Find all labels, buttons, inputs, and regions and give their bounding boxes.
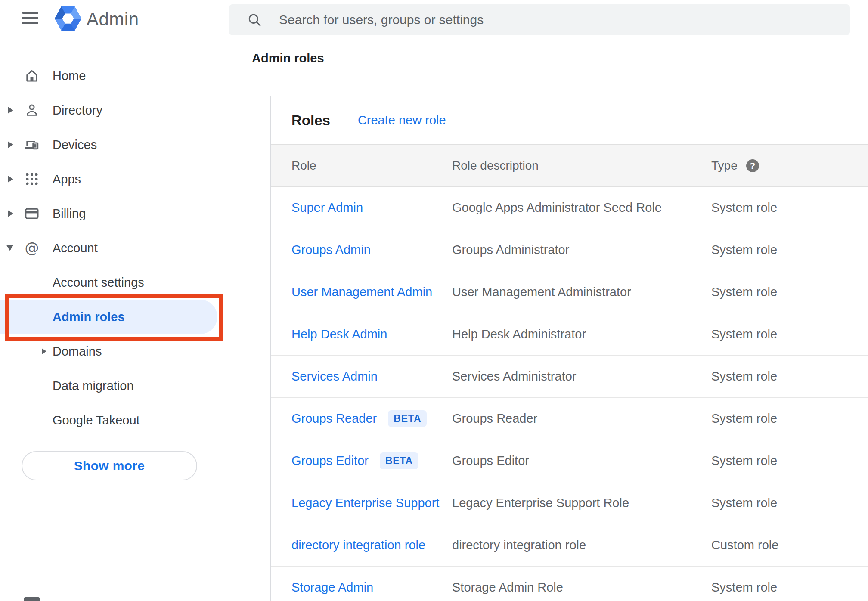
table-row: Legacy Enterprise SupportLegacy Enterpri… <box>271 482 868 524</box>
role-description: Groups Reader <box>452 412 711 426</box>
card-icon <box>24 206 40 221</box>
sidebar-nav: HomeDirectoryDevicesAppsBilling@AccountA… <box>0 59 222 437</box>
role-link-groups-reader[interactable]: Groups Reader <box>291 412 377 426</box>
sidebar-item-directory[interactable]: Directory <box>0 93 222 127</box>
beta-badge: BETA <box>388 410 427 427</box>
search-bar <box>229 4 850 35</box>
role-type: System role <box>711 496 868 510</box>
table-body: Super AdminGoogle Apps Administrator See… <box>271 187 868 601</box>
sidebar-item-label: Directory <box>53 103 102 118</box>
role-link-groups-admin[interactable]: Groups Admin <box>291 243 371 257</box>
role-link-help-desk-admin[interactable]: Help Desk Admin <box>291 327 387 341</box>
sidebar-divider <box>0 579 222 579</box>
column-role: Role <box>291 159 452 173</box>
role-description: Google Apps Administrator Seed Role <box>452 201 711 215</box>
column-type: Type <box>711 159 738 173</box>
search-icon <box>247 12 262 27</box>
sidebar-item-label: Devices <box>53 138 97 152</box>
search-input[interactable] <box>279 4 839 35</box>
role-type: System role <box>711 580 868 595</box>
role-link-super-admin[interactable]: Super Admin <box>291 201 363 215</box>
role-link-storage-admin[interactable]: Storage Admin <box>291 580 373 595</box>
role-link-user-management-admin[interactable]: User Management Admin <box>291 285 432 299</box>
chevron-right-icon[interactable] <box>8 176 13 183</box>
role-type: System role <box>711 369 868 384</box>
table-header: Role Role description Type ? <box>271 144 868 187</box>
person-icon <box>24 102 40 118</box>
chevron-down-icon[interactable] <box>6 245 13 251</box>
hamburger-menu-icon[interactable] <box>22 12 38 25</box>
sidebar-item-admin-roles[interactable]: Admin roles <box>0 300 217 334</box>
create-new-role-link[interactable]: Create new role <box>358 113 446 127</box>
role-type: System role <box>711 285 868 299</box>
sidebar-item-label: Account settings <box>53 276 144 290</box>
role-description: User Management Administrator <box>452 285 711 299</box>
sidebar-item-domains[interactable]: Domains <box>0 334 222 369</box>
sidebar: Admin HomeDirectoryDevicesAppsBilling@Ac… <box>0 0 222 601</box>
svg-text:@: @ <box>25 240 39 256</box>
table-row: Groups EditorBETAGroups EditorSystem rol… <box>271 440 868 482</box>
roles-card-header: Roles Create new role <box>271 96 868 144</box>
column-role-description: Role description <box>452 159 711 173</box>
show-more-label: Show more <box>74 458 145 473</box>
role-description: Groups Administrator <box>452 243 711 257</box>
table-row: Services AdminServices AdministratorSyst… <box>271 356 868 398</box>
sidebar-item-label: Domains <box>53 344 102 359</box>
partial-cutoff-icon <box>24 597 40 601</box>
sidebar-item-apps[interactable]: Apps <box>0 162 222 196</box>
sidebar-item-label: Apps <box>53 172 81 186</box>
page-title: Roles <box>291 112 330 129</box>
sidebar-item-label: Admin roles <box>53 310 125 324</box>
role-type: Custom role <box>711 538 868 552</box>
sidebar-item-google-takeout[interactable]: Google Takeout <box>0 403 222 437</box>
breadcrumb: Admin roles <box>252 51 324 65</box>
sidebar-item-label: Google Takeout <box>53 413 140 428</box>
chevron-right-icon[interactable] <box>42 348 46 354</box>
table-row: Help Desk AdminHelp Desk AdministratorSy… <box>271 313 868 356</box>
show-more-button[interactable]: Show more <box>22 451 197 480</box>
role-description: Legacy Enterprise Support Role <box>452 496 711 510</box>
table-row: Groups AdminGroups AdministratorSystem r… <box>271 229 868 271</box>
role-description: Groups Editor <box>452 454 711 468</box>
sidebar-item-account-settings[interactable]: Account settings <box>0 265 222 300</box>
content-divider <box>222 74 868 74</box>
sidebar-item-label: Account <box>53 241 98 255</box>
sidebar-item-billing[interactable]: Billing <box>0 196 222 231</box>
sidebar-item-home[interactable]: Home <box>0 59 222 93</box>
chevron-right-icon[interactable] <box>8 141 13 148</box>
sidebar-item-devices[interactable]: Devices <box>0 127 222 162</box>
role-type: System role <box>711 243 868 257</box>
chevron-right-icon[interactable] <box>8 107 13 114</box>
table-row: Super AdminGoogle Apps Administrator See… <box>271 187 868 229</box>
sidebar-item-data-migration[interactable]: Data migration <box>0 369 222 403</box>
admin-logo-icon <box>55 6 81 31</box>
role-type: System role <box>711 412 868 426</box>
sidebar-item-label: Billing <box>53 207 86 221</box>
table-row: User Management AdminUser Management Adm… <box>271 271 868 313</box>
at-icon: @ <box>24 240 40 256</box>
devices-icon <box>24 137 40 152</box>
apps-icon <box>24 171 40 187</box>
help-icon[interactable]: ? <box>746 159 759 172</box>
role-link-groups-editor[interactable]: Groups Editor <box>291 454 369 468</box>
sidebar-item-account[interactable]: @Account <box>0 231 222 265</box>
role-link-services-admin[interactable]: Services Admin <box>291 369 378 384</box>
role-type: System role <box>711 327 868 341</box>
role-description: Help Desk Administrator <box>452 327 711 341</box>
chevron-right-icon[interactable] <box>8 210 13 217</box>
roles-card: Roles Create new role Role Role descript… <box>270 96 868 601</box>
sidebar-item-label: Data migration <box>53 379 134 393</box>
table-row: directory integration roledirectory inte… <box>271 524 868 567</box>
beta-badge: BETA <box>380 452 418 469</box>
home-icon <box>24 68 40 84</box>
role-link-directory-integration-role[interactable]: directory integration role <box>291 538 425 552</box>
role-link-legacy-enterprise-support[interactable]: Legacy Enterprise Support <box>291 496 439 510</box>
role-type: System role <box>711 454 868 468</box>
role-type: System role <box>711 201 868 215</box>
table-row: Storage AdminStorage Admin RoleSystem ro… <box>271 567 868 601</box>
role-description: Storage Admin Role <box>452 580 711 595</box>
sidebar-item-label: Home <box>53 69 86 83</box>
role-description: directory integration role <box>452 538 711 552</box>
brand-title: Admin <box>87 9 139 30</box>
role-description: Services Administrator <box>452 369 711 384</box>
